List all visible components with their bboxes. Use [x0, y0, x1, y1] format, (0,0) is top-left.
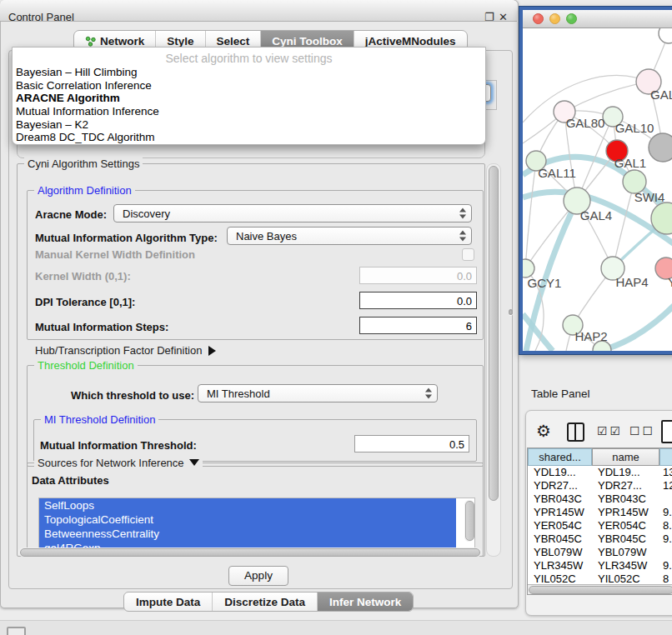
apply-button[interactable]: Apply	[228, 566, 288, 586]
expanded-arrow-icon	[189, 459, 199, 466]
mi-threshold-group-title: MI Threshold Definition	[41, 413, 158, 426]
split-view-icon[interactable]	[567, 422, 584, 442]
aracne-mode-combobox[interactable]: Discovery	[113, 204, 472, 222]
table-cell: YIL052C	[528, 572, 592, 583]
mi-threshold-label: Mutual Information Threshold:	[40, 439, 197, 452]
table-row[interactable]: YBL079WYBL079W	[528, 546, 672, 559]
algorithm-option-mutual-information-inference[interactable]: Mutual Information Inference	[16, 105, 482, 118]
hub-definition-label: Hub/Transcription Factor Definition	[35, 344, 202, 357]
bottom-tab-infer-network[interactable]: Infer Network	[317, 592, 413, 611]
settings-vertical-scrollbar[interactable]	[486, 163, 501, 557]
mi-algorithm-type-label: Mutual Information Algorithm Type:	[35, 232, 218, 244]
network-node[interactable]	[659, 28, 672, 43]
bottom-tab-impute-data[interactable]: Impute Data	[124, 592, 212, 611]
document-icon[interactable]	[661, 420, 672, 443]
algorithm-option-dream8-dc-tdc-algorithm[interactable]: Dream8 DC_TDC Algorithm	[16, 131, 482, 144]
table-row[interactable]: YER054CYER054C8.	[528, 519, 672, 532]
settings-vertical-scrollbar-thumb[interactable]	[489, 166, 499, 501]
dpi-tolerance-field[interactable]: 0.0	[359, 292, 477, 309]
column-header-shared[interactable]: shared...	[528, 448, 592, 466]
table-cell: YDL19...	[528, 466, 592, 479]
hub-definition-expander[interactable]: Hub/Transcription Factor Definition	[35, 344, 216, 357]
mi-steps-field[interactable]: 6	[359, 317, 477, 334]
table-cell: 9.	[659, 506, 672, 519]
select-all-icon[interactable]: ☑☑	[597, 424, 623, 438]
mi-algorithm-type-value: Naive Bayes	[236, 230, 297, 242]
column-header-name[interactable]: name	[592, 448, 659, 466]
sources-title-text: Sources for Network Inference	[38, 457, 184, 469]
table-cell: 8.	[659, 519, 672, 532]
table-row[interactable]: YDL19...YDL19...13	[528, 466, 672, 479]
kernel-width-field[interactable]: 0.0	[359, 267, 477, 284]
table-cell: YDL19...	[592, 466, 659, 479]
network-view-window[interactable]: GALGAL80GAL10GAL1GAL11SWI4GAL4GCY1HAP4YH…	[519, 7, 672, 354]
attribute-item-betweennesscentrality[interactable]: BetweennessCentrality	[39, 527, 456, 541]
gear-icon[interactable]: ⚙	[536, 421, 551, 441]
traffic-light-close-icon[interactable]	[533, 13, 544, 24]
algorithm-option-basic-correlation-inference[interactable]: Basic Correlation Inference	[16, 79, 482, 92]
table-row[interactable]: YPR145WYPR145W9.	[528, 506, 672, 519]
bottom-tab-label: Discretize Data	[224, 596, 305, 608]
data-attributes-label: Data Attributes	[32, 474, 109, 487]
minimized-panel-icon[interactable]	[7, 627, 26, 635]
sources-title[interactable]: Sources for Network Inference	[34, 457, 203, 469]
deselect-all-icon[interactable]: ☐☐	[629, 424, 655, 438]
mi-algorithm-type-combobox[interactable]: Naive Bayes	[227, 227, 472, 245]
kernel-width-label: Kernel Width (0,1):	[35, 270, 131, 282]
tab-label: Network	[100, 35, 144, 48]
table-cell: YBL079W	[528, 546, 592, 559]
algorithm-options: Bayesian – Hill ClimbingBasic Correlatio…	[16, 66, 482, 144]
combo-stepper-icon	[425, 388, 432, 399]
control-panel-title: Control Panel	[8, 11, 74, 23]
network-node[interactable]	[649, 133, 672, 162]
column-header-a[interactable]: A	[659, 448, 672, 466]
table-cell: YPR145W	[592, 506, 659, 519]
dropdown-prompt: Select algorithm to view settings	[13, 52, 485, 65]
table-panel-title: Table Panel	[531, 388, 590, 400]
dpi-tolerance-label: DPI Tolerance [0,1]:	[35, 296, 135, 308]
traffic-light-minimize-icon[interactable]	[549, 13, 560, 24]
algorithm-option-bayesian-hill-climbing[interactable]: Bayesian – Hill Climbing	[16, 66, 482, 79]
table-cell: YPR145W	[528, 506, 592, 519]
network-edge	[603, 302, 672, 350]
network-canvas[interactable]: GALGAL80GAL10GAL1GAL11SWI4GAL4GCY1HAP4YH…	[523, 28, 672, 351]
table-row[interactable]: YBR045CYBR045C9.	[528, 532, 672, 546]
table-scrollbar-thumb[interactable]	[529, 586, 672, 594]
cyni-algorithm-settings-title: Cyni Algorithm Settings	[24, 158, 143, 170]
table-cell: YLR345W	[528, 559, 592, 572]
manual-kernel-checkbox[interactable]	[462, 248, 474, 261]
which-threshold-combobox[interactable]: MI Threshold	[198, 384, 438, 402]
mi-threshold-field[interactable]: 0.5	[354, 435, 469, 452]
table-row[interactable]: YDR27...YDR27...12	[528, 479, 672, 492]
control-panel-titlebar[interactable]	[0, 0, 517, 22]
table-horizontal-scrollbar[interactable]	[528, 584, 672, 594]
attribute-item-selfloops[interactable]: SelfLoops	[39, 498, 456, 512]
close-icon[interactable]: ✕	[499, 11, 508, 23]
settings-horizontal-scrollbar[interactable]	[18, 548, 482, 557]
node-label-swi4: SWI4	[634, 190, 665, 204]
table-cell: YBR045C	[592, 532, 659, 546]
which-threshold-value: MI Threshold	[207, 388, 270, 400]
network-node-gcy1[interactable]	[523, 259, 534, 278]
network-window-titlebar[interactable]	[523, 10, 672, 28]
attribute-item-topologicalcoefficient[interactable]: TopologicalCoefficient	[39, 512, 456, 527]
algorithm-option-bayesian-k2[interactable]: Bayesian – K2	[16, 118, 482, 132]
settings-horizontal-scrollbar-thumb[interactable]	[20, 548, 480, 557]
table-body: YDL19...YDL19...13YDR27...YDR27...12YBR0…	[528, 466, 672, 583]
table-cell: YDR27...	[592, 479, 659, 492]
node-label-y: Y	[668, 275, 672, 289]
data-attributes-list[interactable]: SelfLoopsTopologicalCoefficientBetweenne…	[38, 498, 475, 552]
tab-label: Cyni Toolbox	[272, 35, 343, 48]
attributes-list-scrollbar[interactable]	[464, 500, 474, 542]
collapsed-arrow-icon	[208, 346, 216, 356]
table-row[interactable]: YBR043CYBR043C	[528, 492, 672, 506]
traffic-light-zoom-icon[interactable]	[566, 13, 577, 24]
splitter-grip[interactable]	[509, 309, 513, 315]
status-strip	[0, 620, 672, 635]
algorithm-option-aracne-algorithm[interactable]: ARACNE Algorithm	[16, 92, 482, 105]
float-window-icon[interactable]: ❐	[484, 11, 494, 23]
node-label-hap4: HAP4	[615, 275, 648, 289]
table-row[interactable]: YLR345WYLR345W9.	[528, 559, 672, 572]
bottom-tab-discretize-data[interactable]: Discretize Data	[212, 592, 317, 611]
table-row[interactable]: YIL052CYIL052C8	[528, 572, 672, 583]
